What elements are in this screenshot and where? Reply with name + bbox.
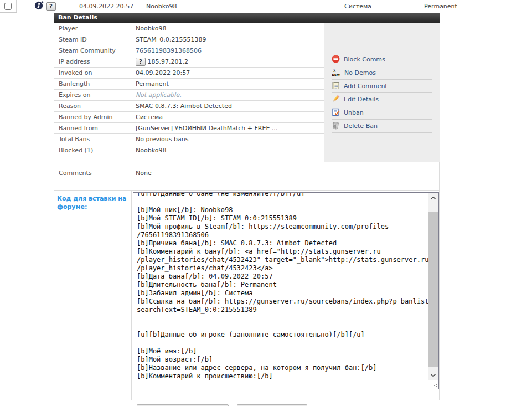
delete-ban-button[interactable]: Delete Ban [332,120,432,133]
scroll-down-icon[interactable] [428,371,438,380]
column-divider [131,191,132,400]
forum-code-content[interactable]: [u][b]Данные о бане (не изменяйте)[/b][/… [134,193,428,388]
ban-date-cell: 04.09.2022 20:57 [74,0,141,12]
add-comment-button[interactable]: Add Comment [332,80,432,93]
delete-ban-icon [332,121,340,131]
table-row: Total BansNo previous bans [54,134,325,145]
table-row: ReasonSMAC 0.8.7.3: Aimbot Detected [54,101,325,112]
select-ban-checkbox[interactable] [4,3,12,10]
svg-text:DEMO: DEMO [332,73,341,76]
block-comms-button[interactable]: Block Comms [332,53,432,66]
steam-community-link[interactable]: 76561198391368506 [136,47,202,54]
unban-button[interactable]: Unban [332,106,432,120]
ban-length-cell: Permanent [392,0,489,12]
ban-player-cell[interactable]: Noobko98 [141,0,339,12]
ban-details-page: ? 04.09.2022 20:57 Noobko98 Система Perm… [0,0,532,406]
add-comment-icon [332,81,340,91]
checkbox-cell [0,0,17,12]
ip-value: 185.97.201.2 [148,58,188,65]
block-comms-icon [332,55,340,65]
ban-list-row: ? 04.09.2022 20:57 Noobko98 Система Perm… [0,0,489,13]
game-icons-cell: ? [17,0,74,12]
mod-help-icon[interactable]: ? [46,2,56,11]
table-row: Banned from[GunServer] УБОЙНЫЙ DeathMatc… [54,123,325,134]
comments-label: Comments [54,156,131,190]
resize-grip-icon[interactable] [430,381,437,388]
table-row: Steam Community76561198391368506 [54,45,325,56]
no-demos-button[interactable]: λ DEMO No Demos [332,66,432,80]
table-row: Steam IDSTEAM_0:0:215551389 [54,34,325,45]
scroll-up-icon[interactable] [428,193,438,203]
ip-help-icon[interactable]: ? [136,58,146,66]
table-row: BanlengthPermanent [54,79,325,90]
edit-details-button[interactable]: Edit Details [332,93,432,106]
expires-value: Not applicable. [136,91,182,99]
ban-info-table: PlayerNoobko98 Steam IDSTEAM_0:0:2155513… [54,23,325,156]
expanded-detail-area: Ban Details PlayerNoobko98 Steam IDSTEAM… [17,12,489,406]
table-row: Blocked (1)Noobko98 [54,145,325,156]
forum-code-textarea[interactable]: [u][b]Данные о бане (не изменяйте)[/b][/… [133,192,439,389]
actions-panel: Block Comms λ DEMO No Demos [324,23,440,162]
ban-details-panel: Ban Details PlayerNoobko98 Steam IDSTEAM… [54,13,440,400]
table-row: PlayerNoobko98 [54,23,325,34]
textarea-scrollbar[interactable] [428,193,438,380]
edit-details-icon [332,95,340,105]
table-row: Banned by AdminСистема [54,112,325,123]
no-demos-icon: λ DEMO [332,68,340,78]
table-row: Expires onNot applicable. [54,90,325,101]
scrollbar-thumb[interactable] [428,212,438,367]
table-row: IP address? 185.97.201.2 [54,56,325,68]
counter-strike-icon [34,1,44,12]
forum-code-row: Код для вставки на форуме: [u][b]Данные … [54,191,440,400]
unban-icon [332,108,340,118]
panel-title: Ban Details [54,13,440,23]
table-row: Invoked on04.09.2022 20:57 [54,68,325,79]
ban-admin-cell: Система [339,0,392,12]
forum-code-label: Код для вставки на форуме: [57,194,129,211]
